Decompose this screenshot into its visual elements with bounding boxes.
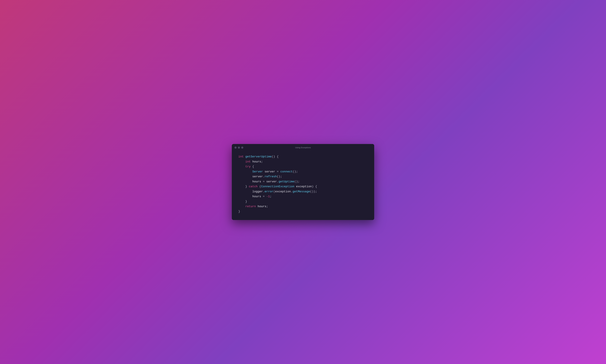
minimize-button[interactable] bbox=[238, 147, 240, 149]
code-window: Using Exceptions int getServerUptime() {… bbox=[232, 144, 374, 220]
maximize-button[interactable] bbox=[241, 147, 243, 149]
window-title: Using Exceptions bbox=[295, 146, 311, 149]
titlebar: Using Exceptions bbox=[232, 144, 374, 150]
code-line-12: } bbox=[238, 209, 368, 214]
code-line-6: hours = server.getUptime(); bbox=[238, 179, 368, 184]
code-line-7: } catch (ConnectionException exception) … bbox=[238, 184, 368, 189]
code-line-3: try { bbox=[238, 164, 368, 169]
code-line-9: hours = -1; bbox=[238, 194, 368, 199]
code-line-2: int hours; bbox=[238, 159, 368, 164]
code-line-1: int getServerUptime() { bbox=[238, 154, 368, 159]
code-line-11: return hours; bbox=[238, 204, 368, 209]
code-line-4: Server server = connect(); bbox=[238, 169, 368, 174]
code-area: int getServerUptime() { int hours; try {… bbox=[232, 150, 374, 220]
code-line-5: server.refresh(); bbox=[238, 174, 368, 179]
code-line-8: logger.error(exception.getMessage()); bbox=[238, 189, 368, 194]
close-button[interactable] bbox=[234, 147, 236, 149]
code-line-10: } bbox=[238, 199, 368, 204]
traffic-lights bbox=[234, 147, 243, 149]
